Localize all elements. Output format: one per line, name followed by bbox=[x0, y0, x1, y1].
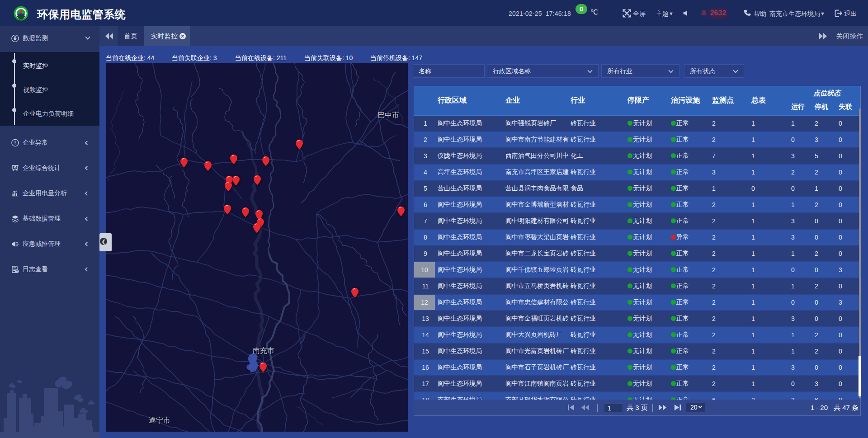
svg-text:四川省: 四川省 bbox=[19, 19, 24, 20]
